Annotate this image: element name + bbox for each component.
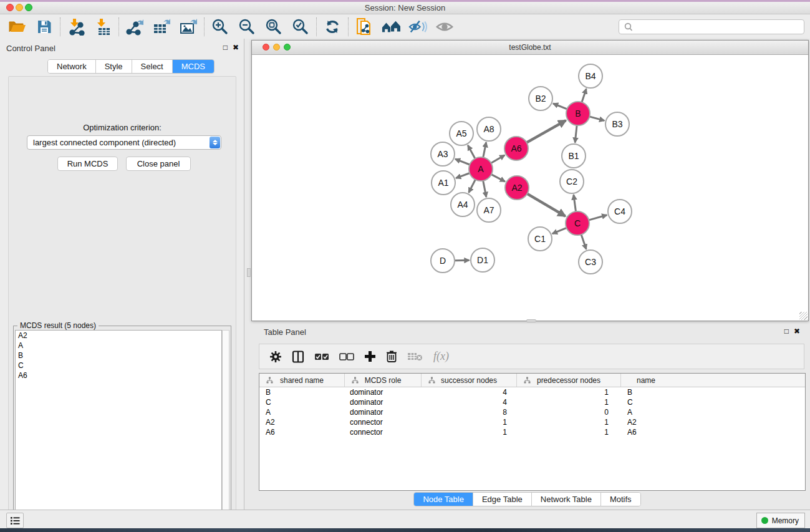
table-toolbar: f(x) (259, 344, 804, 369)
export-network-button[interactable] (125, 17, 144, 36)
graph-edge-C-C4[interactable] (589, 215, 607, 220)
table-options-button[interactable] (269, 351, 282, 363)
table-row[interactable]: Cdominator41C (259, 397, 805, 407)
graph-edge-B-B4[interactable] (582, 89, 586, 102)
column-header-name[interactable]: name (621, 374, 671, 387)
save-session-button[interactable] (35, 17, 54, 36)
mcds-result-item[interactable]: B (16, 351, 221, 360)
mcds-result-title: MCDS result (5 nodes) (17, 321, 99, 330)
network-window-titlebar[interactable]: testGlobe.txt (252, 41, 808, 55)
zoom-window-button[interactable] (25, 4, 32, 11)
zoom-in-button[interactable] (211, 17, 229, 36)
attribute-type-icon (352, 377, 359, 384)
mcds-result-item[interactable]: A6 (16, 370, 221, 380)
network-minimize-button[interactable] (273, 44, 280, 51)
memory-button[interactable]: Memory (756, 513, 805, 528)
zoom-fit-button[interactable] (264, 17, 283, 36)
column-header-successor-nodes[interactable]: successor nodes (422, 374, 517, 387)
tab-motifs[interactable]: Motifs (601, 493, 640, 506)
table-row[interactable]: Adominator80A (259, 407, 805, 417)
attribute-type-icon (524, 377, 531, 384)
network-close-button[interactable] (263, 44, 269, 51)
close-window-button[interactable] (6, 4, 14, 11)
zoom-selected-button[interactable] (291, 17, 310, 36)
table-cell: B (621, 387, 671, 397)
show-column-button[interactable] (292, 351, 304, 363)
graph-edge-A-A4[interactable] (469, 180, 476, 193)
delete-table-icon (407, 352, 422, 361)
graph-edge-C-C3[interactable] (581, 235, 586, 249)
import-network-button[interactable] (67, 17, 85, 36)
table-cell: A2 (621, 417, 671, 427)
hide-selected-button[interactable] (408, 17, 427, 36)
column-header-predecessor-nodes[interactable]: predecessor nodes (517, 374, 621, 387)
graph-node-label-C1: C1 (534, 234, 546, 244)
show-all-button[interactable] (435, 17, 454, 36)
graph-edge-C-C2[interactable] (574, 195, 576, 211)
graph-edge-A-A2[interactable] (491, 175, 505, 181)
unselect-all-columns-button[interactable] (339, 353, 354, 360)
tab-select[interactable]: Select (132, 60, 173, 73)
graph-node-label-A6: A6 (511, 143, 521, 153)
table-cell: 1 (517, 397, 621, 407)
import-table-button[interactable] (94, 17, 112, 36)
table-row[interactable]: Bdominator41B (259, 387, 805, 397)
minimize-window-button[interactable] (16, 4, 23, 11)
search-input[interactable] (635, 21, 804, 33)
graph-edge-A-A8[interactable] (483, 142, 486, 157)
open-session-button[interactable] (8, 17, 27, 36)
select-all-columns-button[interactable] (314, 353, 329, 360)
network-canvas[interactable]: B4B2BB3A8A5A6A3B1AA1C2A2A4A7C4CC1C3DD1 (252, 55, 808, 321)
graph-node-label-A5: A5 (456, 128, 466, 138)
table-row[interactable]: A6connector11A6 (259, 427, 805, 437)
graph-edge-A6-B[interactable] (527, 120, 566, 143)
tab-edge-table[interactable]: Edge Table (473, 493, 532, 506)
tab-mcds[interactable]: MCDS (173, 60, 214, 73)
network-zoom-button[interactable] (284, 44, 291, 51)
task-history-button[interactable] (6, 513, 24, 528)
mcds-result-scrollbar[interactable] (222, 330, 229, 532)
zoom-out-button[interactable] (238, 17, 256, 36)
graph-edge-A-A7[interactable] (483, 181, 486, 197)
graph-edge-B-B2[interactable] (553, 104, 567, 109)
search-icon (623, 22, 635, 32)
graph-edge-B-B3[interactable] (589, 117, 604, 121)
tab-style[interactable]: Style (96, 60, 132, 73)
delete-column-button[interactable] (386, 350, 397, 363)
tab-network-table[interactable]: Network Table (532, 493, 601, 506)
tab-network[interactable]: Network (48, 60, 96, 73)
graph-node-label-A: A (478, 164, 484, 174)
apply-layout-button[interactable] (323, 17, 342, 36)
graph-edge-A-A5[interactable] (468, 145, 475, 158)
float-panel-icon[interactable]: □ (784, 327, 789, 336)
close-panel-button[interactable]: Close panel (126, 157, 191, 171)
create-column-button[interactable] (364, 351, 376, 362)
graph-edge-A-A1[interactable] (456, 173, 470, 178)
column-header-shared-name[interactable]: shared name (259, 374, 345, 387)
graph-edge-B-B1[interactable] (575, 125, 577, 143)
clone-network-button[interactable] (355, 17, 374, 36)
mcds-result-item[interactable]: C (16, 360, 221, 370)
graph-node-label-A8: A8 (483, 124, 494, 134)
search-field[interactable] (619, 19, 804, 34)
zoom-selected-icon (292, 18, 309, 36)
export-table-button[interactable] (152, 17, 171, 36)
mcds-result-item[interactable]: A2 (16, 331, 221, 341)
export-image-button[interactable] (179, 17, 198, 36)
run-mcds-button[interactable]: Run MCDS (57, 157, 118, 171)
float-panel-icon[interactable]: □ (223, 43, 228, 52)
column-header-MCDS-role[interactable]: MCDS role (345, 374, 422, 387)
table-row[interactable]: A2connector11A2 (259, 417, 805, 427)
close-panel-icon[interactable]: ✖ (233, 43, 239, 52)
graph-edge-A-A6[interactable] (491, 155, 504, 163)
criterion-select[interactable]: largest connected component (directed) (27, 135, 221, 150)
graph-edge-C-C1[interactable] (552, 228, 567, 233)
tab-node-table[interactable]: Node Table (414, 493, 473, 506)
home-button[interactable] (382, 17, 400, 36)
split-divider-handle[interactable] (247, 268, 251, 277)
graph-edge-A-A3[interactable] (455, 159, 470, 165)
window-resize-grip[interactable] (799, 312, 808, 320)
graph-edge-A2-C[interactable] (527, 194, 565, 216)
mcds-result-item[interactable]: A (16, 341, 221, 351)
close-panel-icon[interactable]: ✖ (794, 327, 800, 336)
